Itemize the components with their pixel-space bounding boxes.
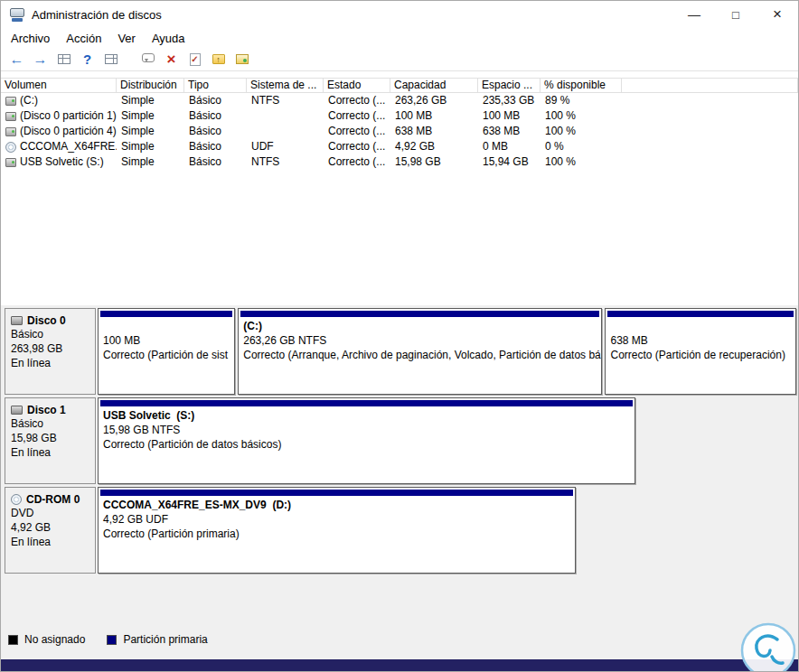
hard-disk-icon [11, 406, 23, 415]
disk-volume-icon [5, 97, 16, 106]
volume-capacity: 100 MB [390, 108, 478, 124]
partition-title [99, 319, 234, 333]
menu-accion[interactable]: Acción [58, 32, 109, 45]
partition-dvd-media[interactable]: CCCOMA_X64FRE_ES-MX_DV9 (D:) 4,92 GB UDF… [98, 487, 576, 574]
column-header-disponible[interactable]: % disponible [540, 78, 622, 93]
disk-size: 15,98 GB [11, 432, 89, 445]
volume-row-usb[interactable]: USB Solvetic (S:) Simple Básico NTFS Cor… [1, 154, 798, 170]
disk-track: USB Solvetic (S:) 15,98 GB NTFS Correcto… [98, 397, 796, 484]
partition-size: 638 MB [606, 333, 795, 348]
partition-color-bar [240, 311, 599, 317]
volume-name-cell: (Disco 0 partición 1) [1, 108, 117, 124]
volume-free-space: 100 MB [478, 108, 540, 124]
forward-arrow-icon[interactable]: → [29, 50, 52, 70]
cd-rom-icon [11, 494, 22, 505]
menu-ver[interactable]: Ver [109, 32, 144, 45]
toolbar-separator [123, 50, 136, 70]
legend: No asignado Partición primaria [8, 633, 208, 646]
partition-title: CCCOMA_X64FRE_ES-MX_DV9 (D:) [99, 498, 575, 512]
volume-capacity: 263,26 GB [390, 93, 478, 108]
disk-volume-icon [5, 158, 16, 167]
cd-volume-icon [5, 142, 16, 153]
column-header-distribucion[interactable]: Distribución [117, 78, 184, 93]
volume-free-space: 235,33 GB [478, 93, 540, 108]
properties-bubble-icon[interactable] [136, 50, 159, 70]
column-header-espacio[interactable]: Espacio ... [478, 78, 540, 93]
column-header-estado[interactable]: Estado [324, 78, 390, 93]
disk-volume-icon [5, 127, 16, 136]
legend-item-primary-partition: Partición primaria [107, 633, 207, 646]
disk-type: Básico [11, 328, 89, 341]
minimize-button[interactable]: — [673, 1, 715, 28]
disk-type: Básico [11, 417, 89, 431]
disk-status: En línea [11, 446, 89, 460]
volume-row-partition4[interactable]: (Disco 0 partición 4) Simple Básico Corr… [1, 124, 798, 139]
partition-size: 4,92 GB UDF [99, 512, 575, 527]
volume-free-percent: 100 % [540, 154, 622, 170]
volume-name-cell: (C:) [1, 93, 117, 108]
delete-volume-icon[interactable]: × [160, 50, 183, 70]
disk-name: Disco 1 [27, 404, 66, 416]
volume-row-c[interactable]: (C:) Simple Básico NTFS Correcto (... 26… [1, 93, 798, 108]
volume-type: Básico [184, 124, 247, 139]
partition-size: 100 MB [99, 333, 234, 348]
disk-size: 263,98 GB [11, 342, 89, 356]
volume-name-cell: CCCOMA_X64FRE... [1, 139, 117, 154]
export-list-icon[interactable] [99, 50, 122, 70]
volume-type: Básico [184, 93, 247, 108]
volume-status: Correcto (... [324, 139, 390, 154]
partition-status: Correcto (Partición de sist [99, 348, 234, 362]
graphical-view: Disco 0 Básico 263,98 GB En línea 100 MB… [1, 305, 798, 659]
disk-info-panel-disco0[interactable]: Disco 0 Básico 263,98 GB En línea [5, 308, 96, 395]
legend-label: No asignado [24, 633, 85, 646]
volume-status: Correcto (... [324, 154, 390, 170]
column-header-volumen[interactable]: Volumen [1, 78, 117, 93]
partition-title [606, 319, 795, 333]
volume-status: Correcto (... [324, 108, 390, 124]
volume-free-percent: 100 % [540, 124, 622, 139]
volume-table-header: Volumen Distribución Tipo Sistema de ...… [1, 78, 798, 93]
partition-system-reserved[interactable]: 100 MB Correcto (Partición de sist [98, 308, 235, 395]
disk-info-panel-cdrom0[interactable]: CD-ROM 0 DVD 4,92 GB En línea [5, 487, 96, 574]
volume-layout: Simple [117, 154, 184, 170]
volume-layout: Simple [117, 139, 184, 154]
column-header-sistema[interactable]: Sistema de ... [247, 78, 324, 93]
volume-row-partition1[interactable]: (Disco 0 partición 1) Simple Básico Corr… [1, 108, 798, 124]
volume-layout: Simple [117, 124, 184, 139]
menu-bar: Archivo Acción Ver Ayuda [1, 28, 798, 48]
volume-capacity: 15,98 GB [390, 154, 478, 170]
close-button[interactable]: × [757, 1, 798, 28]
disk-track: CCCOMA_X64FRE_ES-MX_DV9 (D:) 4,92 GB UDF… [98, 487, 796, 574]
partition-recovery[interactable]: 638 MB Correcto (Partición de recuperaci… [605, 308, 796, 395]
partition-usb-solvetic[interactable]: USB Solvetic (S:) 15,98 GB NTFS Correcto… [98, 397, 635, 484]
disk-info-panel-disco1[interactable]: Disco 1 Básico 15,98 GB En línea [5, 397, 96, 484]
back-arrow-icon[interactable]: ← [5, 50, 28, 70]
partition-size: 263,26 GB NTFS [239, 333, 601, 348]
partition-color-bar [100, 400, 633, 406]
check-document-icon[interactable]: ✓ [183, 50, 206, 70]
disk-size: 4,92 GB [11, 521, 89, 535]
volume-filesystem [247, 124, 324, 139]
toolbar: ← → ? × ✓ ↑ [1, 48, 798, 71]
partition-c-drive[interactable]: (C:) 263,26 GB NTFS Correcto (Arranque, … [238, 308, 602, 395]
maximize-button[interactable]: □ [715, 1, 757, 28]
column-header-tipo[interactable]: Tipo [184, 78, 247, 93]
partition-size: 15,98 GB NTFS [99, 423, 634, 437]
console-tree-icon[interactable] [52, 50, 75, 70]
column-header-filler [622, 78, 798, 93]
volume-free-percent: 0 % [540, 139, 622, 154]
menu-archivo[interactable]: Archivo [3, 32, 58, 45]
mark-partition-folder-icon[interactable]: ↑ [207, 50, 230, 70]
convert-disk-icon[interactable] [230, 50, 253, 70]
help-icon[interactable]: ? [76, 50, 99, 70]
disk-status: En línea [11, 536, 89, 549]
volume-name: (Disco 0 partición 1) [20, 108, 117, 124]
disk-name: Disco 0 [27, 314, 66, 327]
volume-type: Básico [184, 139, 247, 154]
volume-row-cccoma[interactable]: CCCOMA_X64FRE... Simple Básico UDF Corre… [1, 139, 798, 154]
menu-ayuda[interactable]: Ayuda [144, 32, 193, 45]
volume-free-space: 15,94 GB [478, 154, 540, 170]
unallocated-swatch [8, 635, 18, 645]
window-controls: — □ × [673, 1, 798, 28]
column-header-capacidad[interactable]: Capacidad [390, 78, 478, 93]
